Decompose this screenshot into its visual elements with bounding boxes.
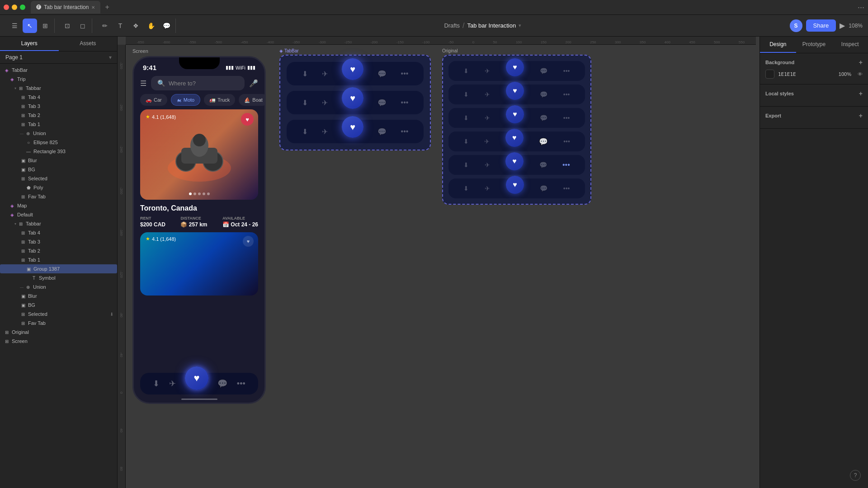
tree-item-original[interactable]: ⊞ Original xyxy=(0,328,117,337)
tab-car[interactable]: 🚗 Car xyxy=(140,94,167,106)
tree-item-bg[interactable]: ▣ BG xyxy=(0,165,117,174)
tree-item-union[interactable]: — ⊕ Union xyxy=(0,129,117,138)
tab-plane[interactable]: ✈ xyxy=(169,379,176,389)
new-tab-button[interactable]: + xyxy=(101,3,113,11)
slice-tool[interactable]: ◻ xyxy=(75,19,90,33)
visibility-toggle-icon[interactable]: 👁 xyxy=(858,71,863,77)
frame-icon: ⊞ xyxy=(20,193,26,200)
background-add-button[interactable]: + xyxy=(859,59,863,66)
tree-item-rect[interactable]: — Rectangle 393 xyxy=(0,147,117,156)
zoom-level[interactable]: 108% xyxy=(849,23,863,29)
tree-item-selected[interactable]: ⊞ Selected xyxy=(0,174,117,183)
orig3-chat: 💬 xyxy=(540,114,547,122)
tab-moto[interactable]: 🏍 Moto xyxy=(171,94,200,106)
canvas-viewport[interactable]: Screen 9:41 ▮▮▮ WiFi ▮▮▮ xyxy=(126,45,760,488)
pen-tool[interactable]: ✏ xyxy=(98,19,112,33)
tree-item-tabbar[interactable]: ◈ TabBar xyxy=(0,66,117,75)
tree-label: Tab 3 xyxy=(28,239,113,244)
menu-button[interactable]: ☰ xyxy=(7,19,22,33)
favorite-btn-bottom[interactable]: ♥ xyxy=(243,236,254,247)
design-tab[interactable]: Design xyxy=(760,37,796,53)
window-controls xyxy=(4,5,25,10)
tree-item-blurb[interactable]: ▣ Blur xyxy=(0,291,117,300)
frame-icon: ⊞ xyxy=(4,329,10,335)
move-tool[interactable]: ↖ xyxy=(23,19,37,33)
tree-item-bgb[interactable]: ▣ BG xyxy=(0,300,117,310)
maximize-dot[interactable] xyxy=(20,5,25,10)
tree-item-tab1b[interactable]: ⊞ Tab 1 xyxy=(0,255,117,264)
tree-item-selectedb[interactable]: ⊞ Selected ⬇ xyxy=(0,310,117,319)
tree-item-tab4[interactable]: ⊞ Tab 4 xyxy=(0,93,117,102)
tree-item-screen[interactable]: ⊞ Screen xyxy=(0,337,117,346)
user-avatar[interactable]: S xyxy=(790,19,802,32)
tab-boat[interactable]: ⛵ Boat xyxy=(239,94,264,106)
page-selector[interactable]: Page 1 ▾ xyxy=(0,52,117,64)
variant2-more: ••• xyxy=(401,99,409,107)
tree-item-trip[interactable]: ◈ Trip xyxy=(0,75,117,84)
text-tool[interactable]: T xyxy=(113,19,127,33)
orig6-chat: 💬 xyxy=(540,185,547,192)
variant2-heart-bubble: ♥ xyxy=(342,87,363,109)
inspect-tab[interactable]: Inspect xyxy=(832,37,868,53)
minimize-dot[interactable] xyxy=(12,5,17,10)
ruler-mark: 300 xyxy=(615,40,621,44)
tree-item-tab2[interactable]: ⊞ Tab 2 xyxy=(0,111,117,120)
canvas[interactable]: -650 -600 -550 -500 -450 -400 -350 -300 … xyxy=(118,37,760,488)
tree-item-favtab[interactable]: ⊞ Fav Tab xyxy=(0,192,117,201)
comment-tool[interactable]: 💬 xyxy=(159,19,174,33)
tab-assets[interactable]: Assets xyxy=(59,37,118,51)
tree-item-ellipse[interactable]: ○ Ellipse 825 xyxy=(0,138,117,147)
orig5-chat: 💬 xyxy=(539,161,547,169)
orig-row-2: ⬇ ✈ ♥ 💬 ••• xyxy=(448,84,585,104)
prototype-tab[interactable]: Prototype xyxy=(796,37,832,53)
tree-item-unionb[interactable]: — ⊕ Union xyxy=(0,282,117,291)
mic-icon[interactable]: 🎤 xyxy=(249,79,258,88)
help-button[interactable]: ? xyxy=(850,470,861,481)
share-button[interactable]: Share xyxy=(806,19,836,32)
menu-icon[interactable]: ☰ xyxy=(140,79,146,88)
tree-item-symbol[interactable]: T Symbol xyxy=(0,273,117,282)
close-dot[interactable] xyxy=(4,5,9,10)
tree-item-poly[interactable]: ⬟ Poly xyxy=(0,183,117,192)
background-color-swatch[interactable] xyxy=(765,70,774,79)
screen-frame-label: Screen xyxy=(132,48,148,54)
browser-tab[interactable]: 🅕 Tab bar Interaction ✕ xyxy=(31,1,100,14)
tree-item-tabbar3[interactable]: ▾ ⊞ Tabbar xyxy=(0,219,117,228)
background-label: Background xyxy=(765,60,794,65)
local-styles-add-button[interactable]: + xyxy=(859,90,863,97)
tree-item-tabbar2[interactable]: ▾ ⊞ Tabbar xyxy=(0,84,117,93)
tree-item-favtabb[interactable]: ⊞ Fav Tab xyxy=(0,319,117,328)
frame-icon: ⊞ xyxy=(20,103,26,109)
play-button[interactable]: ▶ xyxy=(840,21,845,30)
tree-item-tab1[interactable]: ⊞ Tab 1 xyxy=(0,120,117,129)
tree-label: Union xyxy=(33,284,113,290)
component-tool[interactable]: ❖ xyxy=(128,19,143,33)
hand-tool[interactable]: ✋ xyxy=(144,19,158,33)
tree-item-tab3[interactable]: ⊞ Tab 3 xyxy=(0,102,117,111)
tab-heart-active[interactable]: ♥ xyxy=(185,366,208,390)
tree-item-tab3b[interactable]: ⊞ Tab 3 xyxy=(0,237,117,246)
tab-truck[interactable]: 🚛 Truck xyxy=(204,94,235,106)
tab-layers[interactable]: Layers xyxy=(0,37,59,51)
tree-item-group1387[interactable]: ▣ Group 1387 xyxy=(0,264,117,273)
tab-chat[interactable]: 💬 xyxy=(217,379,227,389)
tree-item-blur[interactable]: ▣ Blur xyxy=(0,156,117,165)
tree-label: TabBar xyxy=(12,67,113,73)
tree-item-default[interactable]: ◈ Default xyxy=(0,210,117,219)
tab-download[interactable]: ⬇ xyxy=(153,379,160,389)
export-add-button[interactable]: + xyxy=(859,112,863,119)
tree-item-map[interactable]: ◈ Map xyxy=(0,201,117,210)
available-info: AVAILABLE 📅 Oct 24 - 26 xyxy=(222,216,258,228)
favorite-btn-top[interactable]: ♥ xyxy=(241,113,254,126)
search-box[interactable]: 🔍 Where to? xyxy=(151,76,245,90)
breadcrumb-dropdown-icon[interactable]: ▾ xyxy=(519,23,521,28)
tab-close[interactable]: ✕ xyxy=(91,5,95,10)
tree-item-tab4b[interactable]: ⊞ Tab 4 xyxy=(0,228,117,237)
export-section: Export + xyxy=(760,107,868,129)
tree-label: Rectangle 393 xyxy=(33,149,113,154)
scale-tool[interactable]: ⊞ xyxy=(38,19,52,33)
tree-item-tab2b[interactable]: ⊞ Tab 2 xyxy=(0,246,117,255)
tab-more[interactable]: ••• xyxy=(237,379,245,389)
frame-tool[interactable]: ⊡ xyxy=(60,19,75,33)
orig-row-4: ⬇ ✈ ♥ 💬 ••• xyxy=(448,131,585,151)
